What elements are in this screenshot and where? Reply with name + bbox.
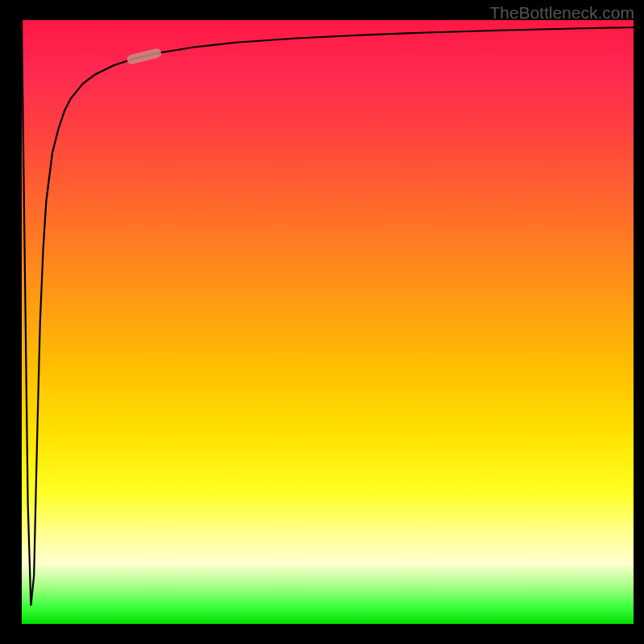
attribution-text: TheBottleneck.com xyxy=(489,3,634,23)
chart-container: TheBottleneck.com xyxy=(0,0,644,644)
plot-gradient-area xyxy=(22,20,634,624)
